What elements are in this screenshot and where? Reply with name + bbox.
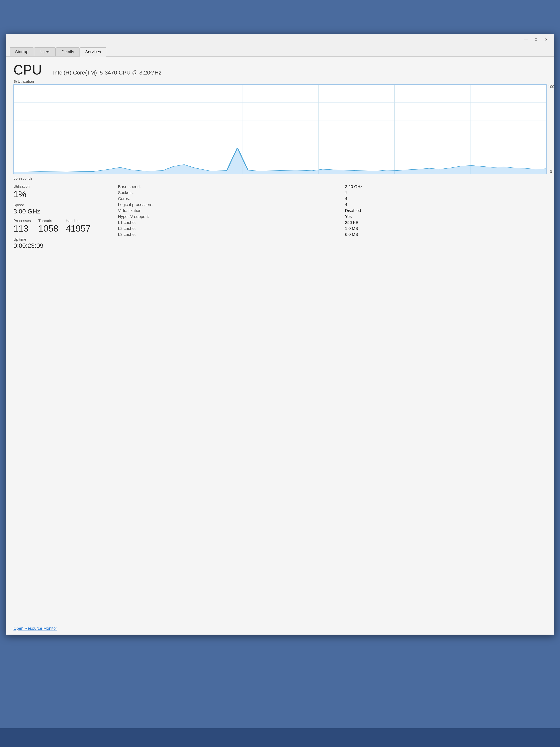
title-bar: — □ ✕ <box>6 34 554 45</box>
cpu-chart: 100% 0 <box>14 84 546 174</box>
main-content: CPU Intel(R) Core(TM) i5-3470 CPU @ 3.20… <box>6 57 554 635</box>
cores-value: 4 <box>345 196 546 201</box>
tab-startup[interactable]: Startup <box>10 47 34 56</box>
utilization-stat-label: Utilization <box>14 184 107 189</box>
uptime-group: Up time 0:00:23:09 <box>14 237 107 249</box>
base-speed-label: Base speed: <box>118 184 338 189</box>
cpu-model: Intel(R) Core(TM) i5-3470 CPU @ 3.20GHz <box>53 70 161 76</box>
l2-label: L2 cache: <box>118 226 338 231</box>
stats-section: Utilization 1% Speed 3.00 GHz Processes … <box>14 184 546 253</box>
threads-stat: Threads 1058 <box>38 219 58 234</box>
processes-label: Processes <box>14 219 31 223</box>
hyperv-value: Yes <box>345 214 546 219</box>
base-speed-value: 3.20 GHz <box>345 184 546 189</box>
processes-value: 113 <box>14 223 31 234</box>
uptime-label: Up time <box>14 237 107 242</box>
tab-services[interactable]: Services <box>80 47 106 57</box>
tab-details[interactable]: Details <box>56 47 79 56</box>
utilization-label: % Utilization <box>14 79 546 84</box>
threads-value: 1058 <box>38 223 58 234</box>
speed-stat-value: 3.00 GHz <box>14 208 107 215</box>
close-button[interactable]: ✕ <box>542 36 550 43</box>
utilization-stat-value: 1% <box>14 189 107 199</box>
resource-monitor-link[interactable]: Open Resource Monitor <box>14 626 57 631</box>
stats-left: Utilization 1% Speed 3.00 GHz Processes … <box>14 184 107 253</box>
handles-stat: Handles 41957 <box>66 219 90 234</box>
chart-min-label: 0 <box>550 170 552 174</box>
sockets-label: Sockets: <box>118 190 338 195</box>
speed-stat-label: Speed <box>14 203 107 207</box>
l1-label: L1 cache: <box>118 220 338 225</box>
stats-right: Base speed: 3.20 GHz Sockets: 1 Cores: 4… <box>107 184 546 253</box>
cpu-title: CPU <box>14 62 42 77</box>
virt-label: Virtualization: <box>118 208 338 213</box>
threads-label: Threads <box>38 219 58 223</box>
chart-max-label: 100% <box>548 85 554 89</box>
chart-time-label: 60 seconds <box>14 176 546 181</box>
l1-value: 256 KB <box>345 220 546 225</box>
l2-value: 1.0 MB <box>345 226 546 231</box>
taskbar <box>0 728 560 747</box>
cpu-header: CPU Intel(R) Core(TM) i5-3470 CPU @ 3.20… <box>14 62 546 77</box>
processes-stat: Processes 113 <box>14 219 31 234</box>
window-controls: — □ ✕ <box>522 36 550 43</box>
hyperv-label: Hyper-V support: <box>118 214 338 219</box>
virt-value: Disabled <box>345 208 546 213</box>
uptime-value: 0:00:23:09 <box>14 242 107 249</box>
maximize-button[interactable]: □ <box>532 36 540 43</box>
inline-stats: Processes 113 Threads 1058 Handles 41957 <box>14 219 107 234</box>
l3-label: L3 cache: <box>118 232 338 237</box>
l3-value: 6.0 MB <box>345 232 546 237</box>
handles-value: 41957 <box>66 223 90 234</box>
sockets-value: 1 <box>345 190 546 195</box>
tab-users[interactable]: Users <box>34 47 56 56</box>
handles-label: Handles <box>66 219 90 223</box>
logical-value: 4 <box>345 202 546 207</box>
right-stats-table: Base speed: 3.20 GHz Sockets: 1 Cores: 4… <box>118 184 546 237</box>
cores-label: Cores: <box>118 196 338 201</box>
minimize-button[interactable]: — <box>522 36 530 43</box>
utilization-group: Utilization 1% <box>14 184 107 199</box>
speed-group: Speed 3.00 GHz <box>14 203 107 215</box>
logical-label: Logical processors: <box>118 202 338 207</box>
tabs-bar: Startup Users Details Services <box>6 45 554 57</box>
